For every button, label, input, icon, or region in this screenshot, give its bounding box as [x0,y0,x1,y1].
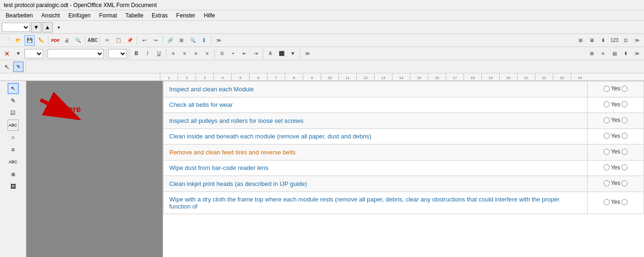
edit-btn[interactable]: ✏️ [36,35,46,46]
redo-btn[interactable]: ↪ [150,35,161,46]
radio-yes-6[interactable] [604,180,610,186]
align-left[interactable]: ≡ [168,48,179,59]
char-shading-btn[interactable]: ▼ [288,48,298,59]
indent-inc[interactable]: ⇥ [251,48,261,59]
r-fmt3[interactable]: ▤ [609,48,620,59]
undo-btn[interactable]: ↩ [139,35,149,46]
radio-no-6[interactable] [621,180,628,186]
nav-up-btn[interactable]: ▲ [42,22,53,32]
fmt-more[interactable]: ≫ [302,48,313,59]
abc-field-tool[interactable]: ABC [8,156,19,168]
bullet-btn[interactable]: • [228,48,238,59]
doc-area[interactable]: Inspect and clean each Module Yes Check … [163,81,644,257]
table-btn[interactable]: ⊞ [176,35,187,46]
save-btn[interactable]: 💾 [24,35,35,46]
nav-extra-btn[interactable]: ● [54,22,64,32]
new-btn[interactable]: 📄 [2,35,12,46]
radio-no-4[interactable] [621,149,628,155]
highlight-btn[interactable]: ⬛ [276,48,287,59]
form-design-btn[interactable]: ✎ [13,62,24,72]
italic-btn[interactable]: I [142,48,153,59]
ruler-mark-24: 24 [571,73,589,80]
nav-dropdown[interactable] [2,23,30,32]
aktiviere-label: Aktiviere [45,104,81,114]
print-btn[interactable]: 🖨 [62,35,72,46]
fsep7 [300,49,300,58]
font-dropdown[interactable] [47,49,104,58]
radio-no-2[interactable] [621,117,628,123]
info-btn[interactable]: ℹ [199,35,209,46]
right-more[interactable]: ≫ [632,35,642,46]
fontsize-dropdown[interactable] [108,49,127,58]
menu-bearbeiten[interactable]: Bearbeiten [2,11,37,20]
radio-no-5[interactable] [621,164,628,170]
ruler-mark-10: 10 [321,73,338,80]
radio-group-0: Yes [604,85,628,92]
fsep5 [214,49,215,58]
cut-btn[interactable]: ✂ [102,35,112,46]
text-abc-tool[interactable]: ABC [8,120,19,131]
menu-format[interactable]: Format [95,11,121,20]
r-fmt5[interactable]: ≫ [632,48,642,59]
copy-btn[interactable]: 📋 [113,35,124,46]
align-justify[interactable]: ≡ [202,48,212,59]
find-btn[interactable]: 🔍 [188,35,198,46]
r-fmt2[interactable]: ≡ [598,48,608,59]
link-btn[interactable]: 🔗 [165,35,175,46]
form-arrow-btn[interactable]: ▼ [13,48,24,59]
spellcheck-btn[interactable]: ABC [87,35,98,46]
radio-yes-2[interactable] [604,117,610,123]
right-tool4[interactable]: 123 [609,35,620,46]
right-tool1[interactable]: ⊞ [575,35,586,46]
radio-yes-7[interactable] [604,199,610,205]
ruler-mark-7: 7 [267,73,285,80]
menu-extras[interactable]: Extras [148,11,172,20]
numbering-btn[interactable]: ① [217,48,227,59]
radio-yes-1[interactable] [604,101,610,107]
menu-einfuegen[interactable]: Einfügen [64,11,94,20]
radio-yes-0[interactable] [604,86,610,92]
r-fmt1[interactable]: ⊞ [587,48,597,59]
circle-tool[interactable]: ○ [8,132,19,143]
radio-no-7[interactable] [621,199,628,205]
right-tool2[interactable]: 🖥 [587,35,597,46]
radio-no-1[interactable] [621,101,628,107]
image-tool[interactable]: 🖼 [8,181,19,192]
menu-tabelle[interactable]: Tabelle [122,11,147,20]
preview-btn[interactable]: 🔍 [73,35,83,46]
radio-yes-5[interactable] [604,164,610,170]
underline-btn[interactable]: U [154,48,164,59]
paste-btn[interactable]: 📌 [125,35,135,46]
more-btn[interactable]: ≫ [213,35,224,46]
right-tool5[interactable]: ⊡ [620,35,631,46]
menu-ansicht[interactable]: Ansicht [38,11,63,20]
font-color-btn[interactable]: A [265,48,275,59]
grid-tool[interactable]: ⊞ [8,169,19,180]
right-tool3[interactable]: ⬇ [598,35,608,46]
menu-hilfe[interactable]: Hilfe [200,11,219,20]
radio-no-0[interactable] [621,86,628,92]
cursor-tool[interactable]: ↖ [2,62,12,72]
yes-cell-7: Yes [588,192,644,214]
style-dropdown[interactable] [24,49,43,58]
fsep4 [166,49,166,58]
menu-fenster[interactable]: Fenster [173,11,199,20]
checkbox-tool[interactable]: ☑ [8,107,19,119]
radio-yes-4[interactable] [604,149,610,155]
pdf-btn[interactable]: PDF [50,35,61,46]
bold-btn[interactable]: B [131,48,141,59]
cursor-tool-side[interactable]: ↖ [8,83,19,94]
align-right[interactable]: ≡ [191,48,201,59]
align-center[interactable]: ≡ [180,48,190,59]
list-tool[interactable]: ≡ [8,144,19,155]
ftsep1 [25,62,26,72]
form-close-btn[interactable]: ✕ [2,48,12,59]
open-btn[interactable]: 📂 [13,35,24,46]
radio-no-3[interactable] [621,133,628,139]
indent-dec[interactable]: ⇤ [239,48,250,59]
radio-yes-3[interactable] [604,133,610,139]
r-fmt4[interactable]: ⬇ [620,48,631,59]
task-cell-1: Check all belts for wear [164,97,588,113]
nav-down-btn[interactable]: ▼ [31,22,41,32]
paint-tool[interactable]: ✎ [8,95,19,106]
